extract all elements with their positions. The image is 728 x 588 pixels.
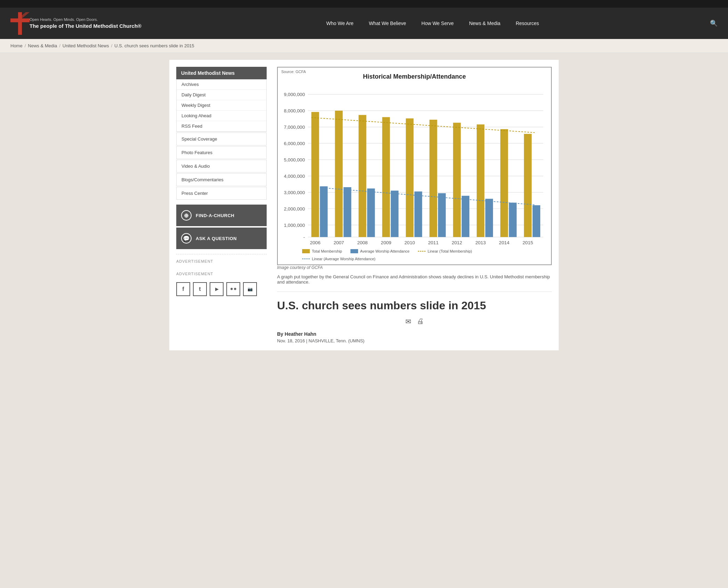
svg-text:2012: 2012 <box>452 240 462 245</box>
legend-linear-membership: Linear (Total Membership) <box>418 249 472 253</box>
top-bar <box>0 0 728 8</box>
email-icon[interactable]: ✉ <box>405 317 411 326</box>
nav-item-resources[interactable]: Resources <box>508 8 547 39</box>
sidebar-heading: United Methodist News <box>176 67 267 79</box>
article-byline: By Heather Hahn <box>277 331 552 337</box>
sidebar-section-blogs[interactable]: Blogs/Commentaries <box>176 173 267 186</box>
svg-rect-34 <box>343 187 351 237</box>
svg-text:2006: 2006 <box>310 240 321 245</box>
content-layout: United Methodist News Archives Daily Dig… <box>169 60 559 350</box>
svg-rect-29 <box>453 123 461 237</box>
svg-text:2009: 2009 <box>381 240 391 245</box>
breadcrumb-sep-2: / <box>59 43 60 48</box>
search-icon[interactable]: 🔍 <box>710 19 718 27</box>
svg-rect-23 <box>311 112 319 237</box>
svg-text:8,000,000: 8,000,000 <box>284 108 305 113</box>
svg-text:2,000,000: 2,000,000 <box>284 206 305 212</box>
sidebar-section-video-audio[interactable]: Video & Audio <box>176 160 267 173</box>
list-item: Weekly Digest <box>177 100 266 111</box>
instagram-icon[interactable]: 📷 <box>243 282 257 296</box>
article-tools: ✉ 🖨 <box>277 317 552 326</box>
sidebar-link-looking-ahead[interactable]: Looking Ahead <box>177 111 266 121</box>
breadcrumb-home[interactable]: Home <box>10 43 23 48</box>
svg-rect-30 <box>477 125 484 237</box>
sidebar-links: Archives Daily Digest Weekly Digest Look… <box>176 79 267 132</box>
social-icons: f t ▶ ⁕⁕ 📷 <box>176 282 267 296</box>
svg-rect-36 <box>391 191 398 237</box>
ask-question-icon: 💬 <box>181 233 192 244</box>
svg-rect-42 <box>533 205 540 237</box>
facebook-icon[interactable]: f <box>176 282 190 296</box>
logo-tagline: Open Hearts. Open Minds. Open Doors. <box>30 17 141 22</box>
sidebar-link-weekly-digest[interactable]: Weekly Digest <box>177 100 266 111</box>
breadcrumb-sep-3: / <box>111 43 112 48</box>
svg-rect-28 <box>429 120 437 237</box>
site-header: Open Hearts. Open Minds. Open Doors. The… <box>0 8 728 39</box>
svg-text:9,000,000: 9,000,000 <box>284 92 305 97</box>
logo-org-name: The people of The United Methodist Churc… <box>30 22 141 30</box>
article-area: Source: GCFA Historical Membership/Atten… <box>277 67 552 343</box>
svg-text:2013: 2013 <box>475 240 486 245</box>
nav-item-who-we-are[interactable]: Who We Are <box>319 8 361 39</box>
sidebar-link-daily-digest[interactable]: Daily Digest <box>177 90 266 100</box>
list-item: Daily Digest <box>177 90 266 100</box>
svg-text:4,000,000: 4,000,000 <box>284 174 305 179</box>
breadcrumb-um-news[interactable]: United Methodist News <box>63 43 109 48</box>
svg-text:2007: 2007 <box>333 240 344 245</box>
sidebar-section-special-coverage[interactable]: Special Coverage <box>176 133 267 145</box>
svg-rect-32 <box>524 134 532 237</box>
breadcrumb-bar: Home / News & Media / United Methodist N… <box>0 39 728 53</box>
sidebar-link-rss-feed[interactable]: RSS Feed <box>177 121 266 132</box>
nav-item-what-we-believe[interactable]: What We Believe <box>361 8 414 39</box>
list-item: Looking Ahead <box>177 111 266 121</box>
chart-caption: Image courtesy of GCFA <box>277 265 552 270</box>
find-church-icon: ⊕ <box>181 210 192 221</box>
svg-text:-: - <box>303 235 305 240</box>
svg-rect-33 <box>320 186 327 237</box>
svg-text:1,000,000: 1,000,000 <box>284 223 305 228</box>
logo-area[interactable]: Open Hearts. Open Minds. Open Doors. The… <box>10 12 141 35</box>
chart-source: Source: GCFA <box>281 70 306 74</box>
advertisement-label-2: ADVERTISEMENT <box>176 267 267 277</box>
article-title: U.S. church sees numbers slide in 2015 <box>277 299 552 312</box>
main-nav: Who We Are What We Believe How We Serve … <box>155 8 710 39</box>
sidebar-section-press-center[interactable]: Press Center <box>176 187 267 200</box>
breadcrumb-sep-1: / <box>25 43 26 48</box>
svg-text:5,000,000: 5,000,000 <box>284 157 305 162</box>
main-wrap: United Methodist News Archives Daily Dig… <box>162 60 566 350</box>
sidebar-link-archives[interactable]: Archives <box>177 79 266 90</box>
svg-rect-41 <box>509 202 517 237</box>
youtube-icon[interactable]: ▶ <box>210 282 224 296</box>
svg-rect-24 <box>335 111 342 237</box>
find-a-church-label: FIND-A-CHURCH <box>196 213 234 218</box>
ask-a-question-button[interactable]: 💬 ASK A QUESTION <box>176 228 267 249</box>
find-a-church-button[interactable]: ⊕ FIND-A-CHURCH <box>176 205 267 226</box>
chart-description: A graph put together by the General Coun… <box>277 274 552 292</box>
svg-rect-37 <box>414 191 422 237</box>
svg-rect-27 <box>406 118 413 237</box>
twitter-icon[interactable]: t <box>193 282 207 296</box>
membership-chart: 9,000,000 8,000,000 7,000,000 6,000,000 … <box>281 83 548 246</box>
advertisement-label-1: ADVERTISEMENT <box>176 254 267 265</box>
breadcrumb-current: U.S. church sees numbers slide in 2015 <box>114 43 194 48</box>
nav-item-how-we-serve[interactable]: How We Serve <box>414 8 461 39</box>
nav-item-news-media[interactable]: News & Media <box>461 8 508 39</box>
sidebar-section-photo-features[interactable]: Photo Features <box>176 146 267 159</box>
svg-text:2014: 2014 <box>499 240 510 245</box>
svg-text:7,000,000: 7,000,000 <box>284 125 305 130</box>
cross-logo-icon <box>10 12 30 35</box>
print-icon[interactable]: 🖨 <box>417 317 424 326</box>
flickr-icon[interactable]: ⁕⁕ <box>226 282 240 296</box>
breadcrumb-news-media[interactable]: News & Media <box>28 43 57 48</box>
svg-rect-35 <box>367 189 375 237</box>
svg-rect-31 <box>500 129 508 237</box>
article-dateline: Nov. 18, 2016 | NASHVILLE, Tenn. (UMNS) <box>277 338 552 343</box>
svg-text:2010: 2010 <box>404 240 415 245</box>
svg-rect-38 <box>438 193 446 237</box>
legend-membership: Total Membership <box>302 249 342 253</box>
svg-rect-1 <box>10 18 30 22</box>
list-item: Archives <box>177 79 266 90</box>
legend-attendance: Average Worship Attendance <box>350 249 410 253</box>
svg-text:6,000,000: 6,000,000 <box>284 141 305 146</box>
svg-text:2015: 2015 <box>523 240 533 245</box>
